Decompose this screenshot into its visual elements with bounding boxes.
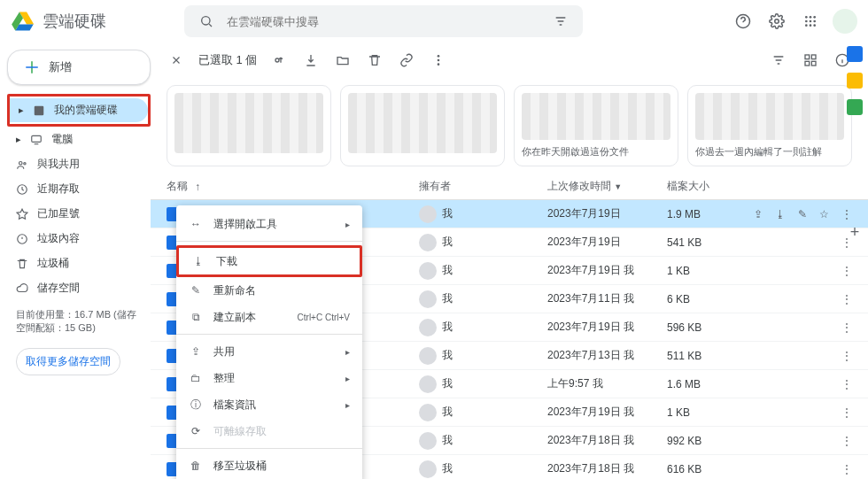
- owner-text: 我: [442, 461, 453, 476]
- cm-organize[interactable]: 🗀整理▸: [176, 365, 362, 391]
- cm-rename[interactable]: ✎重新命名: [176, 277, 362, 304]
- sidebar-item-mydrive[interactable]: ▸ 我的雲端硬碟: [10, 98, 148, 122]
- sidebar-item-computers[interactable]: ▸ 電腦: [7, 127, 151, 151]
- cm-make-copy[interactable]: ⧉建立副本Ctrl+C Ctrl+V: [176, 304, 362, 330]
- help-icon[interactable]: [732, 10, 755, 33]
- sidebar-item-spam[interactable]: 垃圾內容: [7, 227, 151, 251]
- size-text: 1 KB: [667, 265, 690, 277]
- col-size[interactable]: 檔案大小: [667, 179, 852, 194]
- svg-rect-22: [811, 55, 816, 59]
- col-modified[interactable]: 上次修改時間: [547, 180, 611, 192]
- suggestion-card[interactable]: 你在昨天開啟過這份文件: [514, 85, 678, 166]
- more-actions-icon[interactable]: [429, 50, 448, 70]
- owner-text: 我: [442, 291, 453, 306]
- row-more-icon[interactable]: ⋮: [841, 293, 852, 305]
- owner-text: 我: [442, 405, 453, 420]
- owner-avatar: [419, 460, 437, 478]
- suggestion-card[interactable]: [167, 85, 331, 166]
- cm-share[interactable]: ⇪共用▸: [176, 338, 362, 365]
- svg-point-17: [275, 58, 279, 62]
- modified-text: 2023年7月13日 我: [547, 348, 667, 363]
- keep-icon[interactable]: [847, 73, 863, 89]
- suggestion-card[interactable]: 你過去一週內編輯了一則註解: [687, 85, 852, 166]
- row-star-icon[interactable]: ☆: [819, 208, 829, 220]
- svg-point-19: [438, 59, 440, 62]
- layout-icon[interactable]: [801, 50, 820, 70]
- row-more-icon[interactable]: ⋮: [841, 378, 852, 390]
- svg-rect-24: [811, 61, 816, 66]
- delete-icon[interactable]: [365, 50, 384, 70]
- modified-text: 2023年7月19日 我: [547, 320, 667, 335]
- filter-icon[interactable]: [769, 50, 788, 70]
- col-owner[interactable]: 擁有者: [419, 179, 547, 194]
- share-icon[interactable]: [269, 50, 289, 70]
- owner-text: 我: [442, 376, 453, 391]
- trash-icon: [16, 258, 28, 270]
- get-more-storage-button[interactable]: 取得更多儲存空間: [16, 348, 120, 375]
- cm-open-with[interactable]: ↔選擇開啟工具▸: [176, 211, 362, 237]
- size-text: 1.6 MB: [667, 378, 701, 390]
- account-avatar[interactable]: [833, 9, 857, 34]
- move-icon[interactable]: [333, 50, 353, 70]
- sidebar-item-label: 電腦: [51, 132, 73, 147]
- svg-point-11: [813, 24, 816, 27]
- svg-point-4: [810, 16, 812, 19]
- row-more-icon[interactable]: ⋮: [841, 350, 852, 362]
- search-options-icon[interactable]: [549, 10, 572, 33]
- sidebar-item-starred[interactable]: 已加星號: [7, 202, 151, 226]
- row-more-icon[interactable]: ⋮: [841, 463, 852, 475]
- logo[interactable]: 雲端硬碟: [11, 9, 106, 34]
- cm-download[interactable]: ⭳下載: [179, 248, 360, 274]
- apps-icon[interactable]: [799, 10, 822, 33]
- new-button[interactable]: 新增: [7, 50, 151, 85]
- owner-avatar: [419, 262, 437, 280]
- recent-icon: [16, 183, 28, 196]
- sidebar-item-trash[interactable]: 垃圾桶: [7, 251, 151, 275]
- cm-file-info[interactable]: ⓘ檔案資訊▸: [176, 391, 362, 418]
- suggestion-card[interactable]: [340, 85, 505, 166]
- mydrive-icon: [33, 104, 45, 117]
- sidebar-item-recent[interactable]: 近期存取: [7, 177, 151, 201]
- owner-avatar: [419, 319, 437, 336]
- sidebar-item-shared[interactable]: 與我共用: [7, 152, 151, 176]
- modified-text: 2023年7月19日 我: [547, 263, 667, 278]
- row-more-icon[interactable]: ⋮: [841, 435, 852, 447]
- owner-text: 我: [442, 235, 453, 250]
- col-name[interactable]: 名稱: [167, 179, 188, 194]
- row-edit-icon[interactable]: ✎: [798, 208, 807, 220]
- settings-icon[interactable]: [765, 10, 788, 33]
- search-bar[interactable]: [184, 5, 583, 37]
- dropdown-icon[interactable]: ▼: [614, 182, 622, 191]
- shared-icon: [16, 158, 28, 171]
- sidebar: 新增 ▸ 我的雲端硬碟 ▸ 電腦 與我共用 近期存取 已加星號: [0, 42, 151, 479]
- svg-point-14: [24, 162, 26, 164]
- sidebar-item-label: 垃圾桶: [37, 256, 69, 271]
- svg-point-5: [813, 16, 816, 19]
- calendar-icon[interactable]: [847, 46, 863, 62]
- sort-arrow-icon[interactable]: ↑: [195, 181, 200, 193]
- tasks-icon[interactable]: [847, 99, 863, 115]
- selection-toolbar: 已選取 1 個: [151, 42, 868, 78]
- modified-text: 2023年7月18日 我: [547, 461, 667, 476]
- search-icon: [195, 10, 218, 33]
- column-headers: 名稱↑ 擁有者 上次修改時間 ▼ 檔案大小: [151, 174, 868, 200]
- row-more-icon[interactable]: ⋮: [841, 321, 852, 334]
- download-icon[interactable]: [301, 50, 321, 70]
- size-text: 1 KB: [667, 406, 690, 419]
- add-sidepanel-icon[interactable]: +: [850, 223, 860, 242]
- modified-text: 2023年7月11日 我: [547, 291, 667, 306]
- row-more-icon[interactable]: ⋮: [841, 406, 852, 419]
- row-more-icon[interactable]: ⋮: [841, 265, 852, 277]
- sidebar-item-label: 儲存空間: [37, 281, 80, 296]
- link-icon[interactable]: [397, 50, 416, 70]
- row-download-icon[interactable]: ⭳: [775, 208, 786, 220]
- sidebar-item-storage[interactable]: 儲存空間: [7, 276, 151, 300]
- search-input[interactable]: [227, 15, 540, 28]
- svg-point-8: [813, 20, 816, 23]
- close-selection-icon[interactable]: [167, 50, 186, 70]
- row-share-icon[interactable]: ⇪: [754, 208, 763, 220]
- cm-trash[interactable]: 🗑移至垃圾桶: [176, 452, 362, 479]
- side-panel: +: [843, 46, 866, 242]
- storage-info: 目前使用量：16.7 MB (儲存 空間配額：15 GB): [7, 301, 151, 343]
- owner-avatar: [419, 375, 437, 393]
